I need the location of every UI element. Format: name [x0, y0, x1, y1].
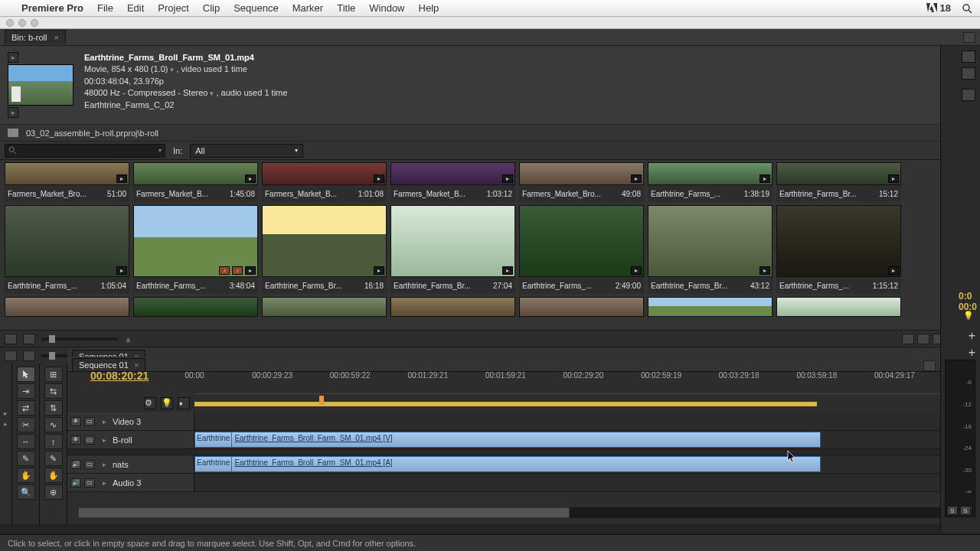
speaker-icon[interactable]: 🔊 [70, 478, 81, 487]
pen-tool[interactable]: ✎ [17, 451, 35, 466]
solo-icon[interactable]: S [947, 506, 958, 515]
track-header[interactable]: 🔊 ▭ ▸ Audio 3 [67, 474, 194, 491]
menu-sequence[interactable]: Sequence [234, 2, 279, 14]
clip-thumbnail[interactable]: ▸Earthtrine_Farms_...2:49:00 [519, 205, 644, 294]
tool-icon[interactable]: ↕ [44, 434, 63, 449]
clip-preview-thumbnail[interactable] [8, 64, 74, 106]
clip-thumbnail[interactable]: ▸Farmers_Market_B...1:01:08 [262, 162, 387, 202]
selection-tool[interactable] [17, 367, 35, 382]
automate-icon[interactable] [902, 334, 914, 344]
expand-icon[interactable]: ▸ [103, 436, 106, 444]
tool-icon[interactable]: ∿ [44, 417, 63, 432]
add-icon[interactable]: + [969, 329, 975, 343]
menu-clip[interactable]: Clip [203, 2, 220, 14]
clip-thumbnail[interactable] [648, 297, 773, 317]
zoom-window[interactable] [31, 19, 38, 27]
track-header[interactable]: 🔊 ▭ ▸ nats [67, 455, 194, 473]
slip-tool[interactable]: ↔ [17, 434, 35, 449]
expand-icon[interactable]: ▸ [4, 409, 8, 417]
search-input[interactable]: ▾ [5, 144, 165, 158]
track-header[interactable]: 👁 ▭ ▸ B-roll [67, 431, 194, 448]
tool-icon[interactable]: ⊞ [44, 367, 63, 382]
clip-thumbnail[interactable]: ▸Farmers_Market_Bro...51:00 [5, 162, 129, 202]
lock-icon[interactable]: ▭ [84, 460, 95, 469]
clip-thumbnail[interactable]: ▸Earthtrine_Farms_Br...27:04 [390, 205, 515, 294]
clip-thumbnail[interactable] [5, 297, 129, 317]
menu-project[interactable]: Project [158, 2, 188, 14]
solo-icon[interactable]: S [960, 506, 971, 515]
settings-icon[interactable]: ⚙ [144, 397, 156, 409]
playhead-indicator[interactable] [319, 396, 324, 405]
lock-icon[interactable]: ▭ [84, 417, 95, 426]
bin-icon[interactable] [8, 129, 18, 137]
panel-menu-icon[interactable] [923, 360, 936, 371]
timeline-clip[interactable]: Earthtrine Earthtrine_Farms_Broll_Farm_S… [194, 432, 821, 448]
scrollbar-thumb[interactable] [78, 507, 570, 518]
eye-icon[interactable]: 👁 [70, 435, 81, 445]
clip-thumbnail[interactable]: ▸Earthtrine_Farms_Br...43:12 [648, 205, 773, 294]
bin-tab[interactable]: Bin: b-roll × [5, 30, 66, 44]
clip-thumbnail[interactable]: ▸Earthtrine_Farms_...1:15:12 [776, 205, 901, 294]
menu-edit[interactable]: Edit [127, 2, 144, 14]
expand-icon[interactable]: ▸ [103, 461, 106, 468]
zoom-tool[interactable]: 🔍 [17, 484, 35, 500]
clip-thumbnail[interactable] [390, 297, 515, 317]
in-filter-select[interactable]: All ▾ [190, 144, 303, 158]
minimize-window[interactable] [18, 19, 26, 27]
menu-marker[interactable]: Marker [292, 2, 323, 14]
marker-icon[interactable]: 💡 [161, 397, 173, 409]
clip-thumbnail[interactable] [262, 297, 387, 317]
menu-file[interactable]: File [97, 2, 113, 14]
clip-thumbnail[interactable] [519, 297, 644, 317]
list-view-icon[interactable] [5, 350, 17, 361]
adobe-badge[interactable]: 18 [926, 2, 951, 14]
razor-tool[interactable]: ✂ [17, 417, 35, 432]
speaker-icon[interactable]: 🔊 [70, 460, 81, 469]
clip-thumbnail[interactable] [776, 297, 901, 317]
app-name[interactable]: Premiere Pro [21, 2, 83, 14]
lock-icon[interactable]: ▭ [84, 435, 95, 445]
time-ruler[interactable]: 00:00 00:00:29:23 00:00:59:22 00:01:29:2… [194, 371, 972, 394]
close-window[interactable] [6, 19, 14, 27]
clip-thumbnail[interactable]: ▸Earthtrine_Farms_Br...16:18 [262, 205, 387, 294]
add-icon[interactable]: + [969, 346, 975, 360]
find-icon[interactable] [917, 334, 929, 344]
clip-thumbnail[interactable]: ▸Earthtrine_Farms_...1:05:04 [5, 205, 129, 294]
menu-help[interactable]: Help [419, 2, 439, 14]
clip-thumbnail[interactable]: ▸Farmers_Market_B...1:45:08 [133, 162, 258, 202]
clip-thumbnail[interactable]: ♪♪▸Earthtrine_Farms_...3:48:04 [133, 205, 258, 294]
tool-icon[interactable]: ✎ [44, 451, 63, 466]
clip-thumbnail[interactable]: ▸Earthtrine_Farms_Br...15:12 [776, 162, 901, 202]
clip-thumbnail[interactable] [133, 297, 258, 317]
menu-window[interactable]: Window [369, 2, 404, 14]
track-select-tool[interactable]: ⇥ [17, 383, 35, 399]
bulb-icon[interactable]: 💡 [963, 311, 974, 321]
close-tab-icon[interactable]: × [54, 33, 59, 42]
expand-icon[interactable]: ▸ [4, 420, 8, 428]
ripple-edit-tool[interactable]: ⇄ [17, 400, 35, 416]
tool-icon[interactable]: ⇅ [44, 400, 63, 416]
icon-view-icon[interactable] [23, 350, 35, 361]
expand-icon[interactable]: ▸ [103, 479, 106, 487]
icon-view-icon[interactable] [23, 334, 35, 344]
timeline-clip[interactable]: Earthtrine Earthtrine_Farms_Broll_Farm_S… [194, 456, 821, 472]
dropdown-arrow-icon[interactable]: ▾ [170, 66, 174, 73]
hand-tool[interactable]: ✋ [17, 468, 35, 483]
spotlight-icon[interactable] [962, 3, 972, 14]
track-header[interactable]: 👁 ▭ ▸ Video 3 [67, 412, 194, 430]
dropdown-icon[interactable] [962, 67, 975, 80]
timeline-zoom-scrollbar[interactable] [78, 507, 972, 518]
tool-icon[interactable]: ⇆ [44, 383, 63, 399]
clip-thumbnail[interactable]: ▸Farmers_Market_Bro...49:08 [519, 162, 644, 202]
expand-icon[interactable]: ▸ [103, 418, 106, 425]
dropdown-arrow-icon[interactable]: ▾ [210, 90, 214, 97]
panel-menu-icon[interactable] [962, 89, 975, 101]
lock-icon[interactable]: ▭ [84, 478, 95, 487]
clip-thumbnail[interactable]: ▸Earthtrine_Farms_...1:38:19 [648, 162, 773, 202]
snap-icon[interactable]: ⬧ [178, 397, 190, 409]
tool-icon[interactable]: ✋ [44, 468, 63, 483]
zoom-slider[interactable] [41, 337, 118, 341]
work-area-bar[interactable]: ⚙ 💡 ⬧ [194, 397, 972, 406]
menu-title[interactable]: Title [337, 2, 355, 14]
list-view-icon[interactable] [5, 334, 17, 344]
